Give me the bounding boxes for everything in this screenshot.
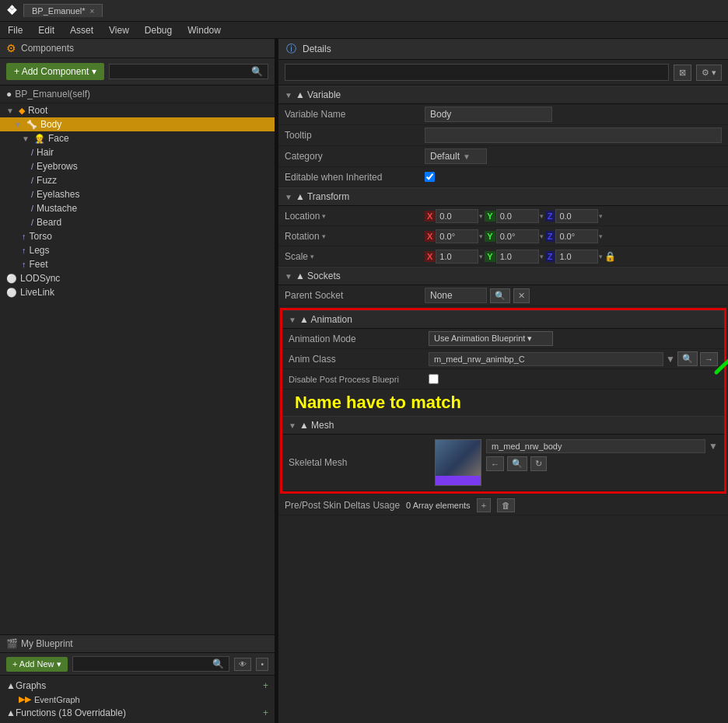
bp-tab[interactable]: BP_Emanuel* ×: [23, 4, 103, 17]
category-label: Category: [285, 151, 425, 162]
anim-mode-dropdown[interactable]: Use Animation Blueprint ▾: [429, 331, 553, 346]
mesh-search-btn[interactable]: 🔍: [507, 456, 527, 471]
scale-y-input[interactable]: [496, 250, 539, 264]
location-y-arrow[interactable]: ▾: [540, 212, 544, 220]
tree-item-body[interactable]: ▼ 🦴 Body: [0, 117, 275, 131]
rotation-y-input[interactable]: [496, 229, 539, 243]
scale-z-input[interactable]: [555, 250, 598, 264]
array-add-btn[interactable]: +: [477, 498, 491, 512]
menu-asset[interactable]: Asset: [62, 22, 101, 38]
category-chevron-icon: ▼: [463, 152, 471, 161]
location-x-input[interactable]: [436, 209, 478, 223]
location-x: X ▾: [425, 209, 483, 223]
tree-item-lodsync[interactable]: ⚪ LODSync: [0, 271, 275, 285]
rotation-x-input[interactable]: [436, 229, 478, 243]
component-tree: ▼ ◆ Root ▼ 🦴 Body ▼ 👷 Face / Hair: [0, 103, 275, 634]
body-label: Body: [40, 119, 61, 130]
animation-section-header[interactable]: ▼ ▲ Animation: [282, 310, 724, 329]
tree-item-face[interactable]: ▼ 👷 Face: [0, 131, 275, 145]
location-y-input[interactable]: [496, 209, 539, 223]
add-new-button[interactable]: + Add New ▾: [6, 657, 68, 672]
tree-item-legs[interactable]: ↑ Legs: [0, 243, 275, 257]
eyelashes-icon: /: [31, 190, 33, 199]
face-icon: 👷: [34, 134, 45, 144]
torso-icon: ↑: [22, 232, 26, 241]
anim-mode-row: Animation Mode Use Animation Blueprint ▾: [282, 329, 724, 349]
body-arrow[interactable]: ▼: [14, 120, 22, 129]
tree-item-livelink[interactable]: ⚪ LiveLink: [0, 285, 275, 299]
mesh-section-header[interactable]: ▼ ▲ Mesh: [282, 416, 724, 435]
component-search-box[interactable]: 🔍: [109, 64, 268, 79]
disable-post-checkbox[interactable]: [429, 374, 439, 384]
anim-class-search-btn[interactable]: 🔍: [677, 351, 698, 366]
functions-add-btn[interactable]: +: [263, 707, 268, 718]
scale-x-input[interactable]: [436, 250, 478, 264]
visibility-button[interactable]: 👁: [234, 658, 251, 671]
editable-checkbox[interactable]: [425, 172, 435, 182]
parent-socket-search-btn[interactable]: 🔍: [490, 288, 510, 303]
root-arrow[interactable]: ▼: [6, 107, 14, 115]
location-z-arrow[interactable]: ▾: [599, 212, 603, 220]
tree-item-feet[interactable]: ↑ Feet: [0, 257, 275, 271]
transform-section-header[interactable]: ▼ ▲ Transform: [278, 187, 728, 206]
face-arrow[interactable]: ▼: [22, 134, 30, 143]
variable-section-header[interactable]: ▼ ▲ Variable: [278, 86, 728, 104]
mesh-actions: ← 🔍 ↻: [486, 456, 718, 471]
menu-view[interactable]: View: [101, 22, 137, 38]
location-z-input[interactable]: [555, 209, 598, 223]
menu-file[interactable]: File: [0, 22, 30, 38]
details-content: ▼ ▲ Variable Variable Name Tooltip Categ…: [278, 86, 728, 723]
tree-item-hair[interactable]: / Hair: [0, 145, 275, 159]
bp-search-box[interactable]: 🔍: [72, 656, 230, 672]
tooltip-input[interactable]: [425, 127, 722, 143]
sockets-section-label: ▲ Sockets: [296, 271, 341, 281]
menu-window[interactable]: Window: [180, 22, 229, 38]
mesh-content: ▼ ← 🔍 ↻: [435, 439, 718, 486]
tree-item-root[interactable]: ▼ ◆ Root: [0, 103, 275, 117]
tree-item-mustache[interactable]: / Mustache: [0, 201, 275, 215]
menu-debug[interactable]: Debug: [137, 22, 180, 38]
location-x-arrow[interactable]: ▾: [479, 212, 483, 220]
bp-search-input[interactable]: [78, 659, 210, 669]
mesh-back-btn[interactable]: ←: [486, 456, 504, 471]
tree-item-torso[interactable]: ↑ Torso: [0, 229, 275, 243]
self-label-text: BP_Emanuel(self): [15, 89, 90, 100]
rotation-x-arrow[interactable]: ▾: [479, 232, 483, 240]
variable-name-input[interactable]: [425, 107, 552, 122]
add-component-button[interactable]: + Add Component ▾: [6, 63, 104, 80]
tree-item-fuzz[interactable]: / Fuzz: [0, 173, 275, 187]
details-grid-btn[interactable]: ⊠: [674, 65, 691, 81]
anim-class-arrow-btn[interactable]: →: [700, 352, 718, 366]
feet-label: Feet: [30, 259, 48, 270]
category-dropdown[interactable]: Default ▼: [425, 148, 487, 164]
details-search-input[interactable]: [285, 64, 669, 81]
anim-class-input[interactable]: [429, 352, 663, 366]
sockets-section-header[interactable]: ▼ ▲ Sockets: [278, 267, 728, 285]
scale-y-arrow[interactable]: ▾: [540, 253, 544, 260]
mesh-name-input[interactable]: [486, 439, 705, 453]
tree-item-eyebrows[interactable]: / Eyebrows: [0, 159, 275, 173]
graphs-add-btn[interactable]: +: [263, 680, 268, 691]
tab-close-btn[interactable]: ×: [90, 7, 95, 16]
scale-z-arrow[interactable]: ▾: [599, 253, 603, 260]
anim-class-chevron: ▼: [666, 354, 675, 365]
tree-item-eyelashes[interactable]: / Eyelashes: [0, 187, 275, 201]
scale-lock-icon[interactable]: 🔒: [604, 251, 616, 262]
tree-item-beard[interactable]: / Beard: [0, 215, 275, 229]
parent-socket-dropdown[interactable]: None: [425, 288, 487, 303]
rotation-z-arrow[interactable]: ▾: [599, 232, 603, 240]
rotation-z-input[interactable]: [555, 229, 598, 243]
settings-button[interactable]: •: [256, 658, 268, 671]
scale-x-arrow[interactable]: ▾: [479, 253, 483, 260]
rotation-y-arrow[interactable]: ▾: [540, 232, 544, 240]
mesh-refresh-btn[interactable]: ↻: [530, 456, 547, 471]
event-graph-icon: ▶▶: [19, 694, 31, 704]
parent-socket-clear-btn[interactable]: ✕: [513, 288, 530, 303]
parent-socket-dropdown-label: None: [430, 290, 453, 301]
menu-edit[interactable]: Edit: [30, 22, 62, 38]
event-graph-item[interactable]: ▶▶ EventGraph: [6, 693, 268, 706]
component-search-input[interactable]: [114, 66, 248, 77]
details-settings-btn[interactable]: ⚙ ▾: [696, 65, 722, 81]
array-delete-btn[interactable]: 🗑: [497, 498, 515, 512]
rotation-arrow-icon: ▾: [322, 232, 326, 240]
